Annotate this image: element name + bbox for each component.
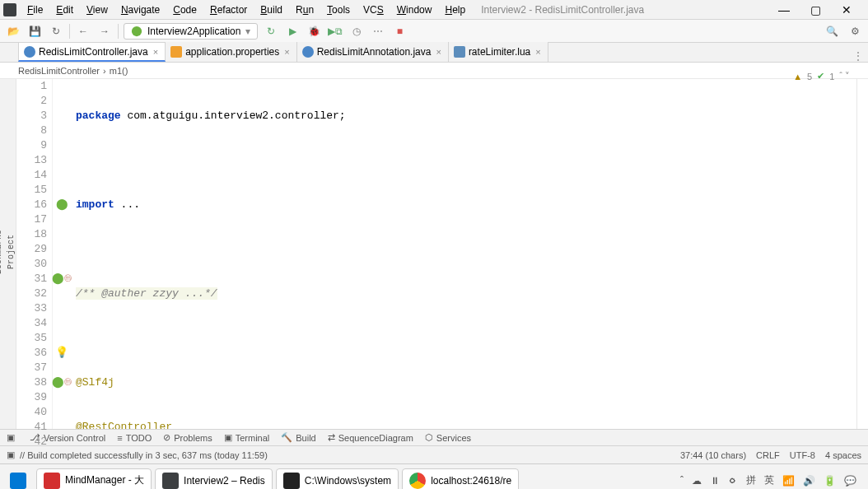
coverage-icon[interactable]: ▶⧉ bbox=[327, 23, 343, 40]
dropdown-icon: ▾ bbox=[245, 26, 250, 37]
close-tab-icon[interactable]: × bbox=[535, 47, 540, 57]
tray-notif-icon[interactable]: 💬 bbox=[844, 475, 856, 487]
services-button[interactable]: ⬡ Services bbox=[425, 432, 471, 443]
close-tab-icon[interactable]: × bbox=[284, 47, 289, 57]
menu-edit[interactable]: Edit bbox=[50, 2, 79, 17]
menu-help[interactable]: Help bbox=[439, 2, 471, 17]
attach-icon[interactable]: ⋯ bbox=[370, 23, 386, 40]
close-button[interactable]: ✕ bbox=[835, 3, 858, 16]
sync-icon[interactable]: ↻ bbox=[48, 23, 64, 40]
status-message: // Build completed successfully in 3 sec… bbox=[20, 450, 268, 460]
menu-code[interactable]: Code bbox=[167, 2, 203, 17]
windows-taskbar: MindManager - 大 Interview2 – Redis C:\Wi… bbox=[0, 463, 868, 489]
tab-redislimitannotation[interactable]: RedisLimitAnnotation.java × bbox=[297, 42, 449, 62]
editor-tabs: RedisLimitController.java × application.… bbox=[0, 43, 868, 63]
marker-column: ⬤ ⬤ⓜ 💡 ⬤ⓜ bbox=[53, 79, 71, 429]
bulb-icon[interactable]: 💡 bbox=[53, 346, 71, 361]
back-icon[interactable]: ← bbox=[75, 23, 91, 40]
taskbar-app-chrome[interactable]: localhost:24618/re bbox=[402, 468, 519, 490]
sequencediagram-button[interactable]: ⇄ SequenceDiagram bbox=[328, 432, 413, 443]
tray-chevron-icon[interactable]: ˆ bbox=[680, 475, 684, 487]
spring-icon bbox=[131, 26, 142, 37]
crumb-class[interactable]: RedisLimitController bbox=[18, 66, 100, 76]
open-icon[interactable]: 📂 bbox=[5, 23, 21, 40]
menu-file[interactable]: File bbox=[21, 2, 49, 17]
tabs-dropdown-icon[interactable]: ⋮ bbox=[853, 50, 863, 62]
menu-view[interactable]: View bbox=[81, 2, 114, 17]
svg-point-0 bbox=[132, 26, 142, 35]
start-button[interactable] bbox=[3, 469, 33, 490]
search-icon[interactable]: 🔍 bbox=[824, 23, 840, 40]
taskbar-app-cmd[interactable]: C:\Windows\system bbox=[276, 468, 399, 490]
close-tab-icon[interactable]: × bbox=[436, 47, 441, 57]
crumb-method[interactable]: m1() bbox=[110, 66, 128, 76]
main-toolbar: 📂 💾 ↻ ← → Interview2Application ▾ ↻ ▶ 🐞 … bbox=[0, 20, 868, 43]
editor-area: Project Bookmarks Structure 123891314151… bbox=[0, 79, 868, 429]
menu-bar: File Edit View Navigate Code Refactor Bu… bbox=[0, 0, 868, 20]
class-icon bbox=[302, 46, 314, 58]
code-editor[interactable]: package com.atguigu.interview2.controlle… bbox=[71, 79, 856, 429]
settings-icon[interactable]: ⚙ bbox=[847, 23, 863, 40]
build-button[interactable]: 🔨 Build bbox=[281, 432, 315, 443]
tray-wifi-icon[interactable]: 📶 bbox=[782, 475, 795, 487]
tray-icon[interactable]: ☁ bbox=[692, 475, 702, 487]
run-config-selector[interactable]: Interview2Application ▾ bbox=[124, 23, 258, 40]
run-config-name: Interview2Application bbox=[147, 26, 240, 37]
status-bar: ▣ // Build completed successfully in 3 s… bbox=[0, 445, 868, 463]
terminal-button[interactable]: ▣ Terminal bbox=[224, 432, 270, 443]
profile-icon[interactable]: ◷ bbox=[348, 23, 365, 40]
tray-ime-icon[interactable]: 拼 bbox=[746, 473, 756, 487]
stop-icon[interactable]: ■ bbox=[391, 23, 408, 40]
debug-icon[interactable]: 🐞 bbox=[306, 23, 322, 40]
save-icon[interactable]: 💾 bbox=[26, 23, 43, 40]
taskbar-app-mindmanager[interactable]: MindManager - 大 bbox=[36, 468, 152, 490]
tray-icon[interactable]: ⏸ bbox=[710, 475, 720, 487]
problems-button[interactable]: ⊘ Problems bbox=[163, 432, 212, 443]
tray-lang-icon[interactable]: 英 bbox=[764, 473, 774, 487]
tab-label: RedisLimitAnnotation.java bbox=[317, 46, 432, 58]
breadcrumb: RedisLimitController m1() bbox=[0, 63, 868, 79]
class-gutter-icon[interactable]: ⬤ bbox=[53, 198, 71, 212]
cursor-position[interactable]: 37:44 (10 chars) bbox=[680, 450, 746, 460]
prop-icon bbox=[170, 46, 182, 58]
line-separator[interactable]: CRLF bbox=[756, 450, 780, 460]
left-tool-stripe: Project Bookmarks Structure bbox=[0, 79, 16, 429]
tray-icon[interactable]: ⭘ bbox=[728, 475, 738, 487]
method-gutter-icon[interactable]: ⬤ⓜ bbox=[53, 272, 71, 286]
system-tray[interactable]: ˆ ☁ ⏸ ⭘ 拼 英 📶 🔊 🔋 💬 bbox=[680, 473, 865, 487]
bookmarks-tool-button[interactable]: Bookmarks bbox=[0, 230, 3, 274]
run-rerun-icon[interactable]: ↻ bbox=[263, 23, 279, 40]
todo-button[interactable]: ≡ TODO bbox=[117, 433, 152, 443]
menu-window[interactable]: Window bbox=[391, 2, 438, 17]
method-gutter-icon[interactable]: ⬤ⓜ bbox=[53, 375, 71, 390]
ide-logo-icon bbox=[3, 3, 16, 16]
tray-volume-icon[interactable]: 🔊 bbox=[803, 475, 815, 487]
indent-setting[interactable]: 4 spaces bbox=[825, 450, 861, 460]
bottom-tool-stripe: ▣ ⎇ Version Control ≡ TODO ⊘ Problems ▣ … bbox=[0, 429, 868, 445]
line-gutter[interactable]: 1238913141516171829303132333435363738394… bbox=[16, 79, 53, 429]
minimize-button[interactable]: — bbox=[772, 3, 796, 16]
maximize-button[interactable]: ▢ bbox=[804, 3, 827, 16]
forward-icon[interactable]: → bbox=[96, 23, 113, 40]
file-encoding[interactable]: UTF-8 bbox=[790, 450, 815, 460]
menu-vcs[interactable]: VCS bbox=[357, 2, 390, 17]
menu-run[interactable]: Run bbox=[290, 2, 320, 17]
tab-redislimitcontroller[interactable]: RedisLimitController.java × bbox=[18, 42, 166, 62]
taskbar-app-intellij[interactable]: Interview2 – Redis bbox=[155, 468, 273, 490]
tab-application-properties[interactable]: application.properties × bbox=[166, 42, 297, 62]
tab-ratelimiter-lua[interactable]: rateLimiter.lua × bbox=[449, 42, 548, 62]
right-scrollbar[interactable] bbox=[856, 79, 868, 429]
tray-battery-icon[interactable]: 🔋 bbox=[824, 475, 836, 487]
menu-navigate[interactable]: Navigate bbox=[115, 2, 166, 17]
tab-label: RedisLimitController.java bbox=[39, 46, 148, 58]
menu-build[interactable]: Build bbox=[254, 2, 288, 17]
lua-icon bbox=[454, 46, 465, 58]
run-icon[interactable]: ▶ bbox=[284, 23, 301, 40]
close-tab-icon[interactable]: × bbox=[153, 47, 158, 57]
status-indicator-icon[interactable]: ▣ bbox=[7, 449, 15, 460]
tab-label: rateLimiter.lua bbox=[469, 46, 530, 58]
menu-tools[interactable]: Tools bbox=[321, 2, 356, 17]
class-icon bbox=[24, 46, 35, 58]
menu-refactor[interactable]: Refactor bbox=[204, 2, 253, 17]
project-tool-button[interactable]: Project bbox=[7, 235, 16, 269]
